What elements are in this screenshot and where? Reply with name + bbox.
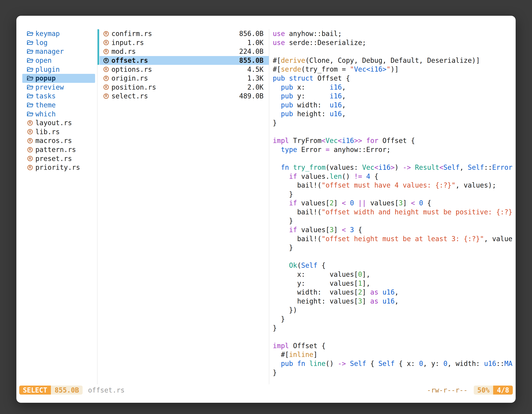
- code-token: [289, 164, 293, 171]
- parent-file-item[interactable]: R lib.rs: [22, 127, 95, 136]
- file-list-item[interactable]: R mod.rs 224.0B: [100, 47, 269, 56]
- code-token: inline: [289, 351, 313, 359]
- code-token: height:: [293, 110, 330, 118]
- code-token: [293, 360, 297, 367]
- code-token: ,: [395, 288, 399, 296]
- dir-name: which: [35, 110, 56, 118]
- code-token: Offset {: [289, 342, 325, 350]
- code-token: [273, 360, 281, 367]
- folder-open-icon: [26, 40, 34, 45]
- file-list-item[interactable]: R options.rs 4.5K: [100, 65, 269, 74]
- code-line: height: values[3] as u16,: [273, 297, 516, 306]
- code-token: if: [289, 173, 297, 180]
- code-token: [415, 199, 419, 207]
- code-token: ": [386, 65, 390, 73]
- code-token: ],: [362, 270, 370, 278]
- file-size: 1.0K: [247, 39, 264, 47]
- code-token: "offset must have 4 values: {:?}": [321, 181, 456, 189]
- rust-file-icon: R: [103, 49, 110, 54]
- code-token: ,: [342, 110, 346, 118]
- code-token: 0: [444, 360, 447, 367]
- parent-file-item[interactable]: R macros.rs: [22, 136, 95, 145]
- code-token: ->: [338, 360, 346, 367]
- parent-file-item[interactable]: R priority.rs: [22, 163, 95, 172]
- parent-file-item[interactable]: R pattern.rs: [22, 145, 95, 154]
- code-line: x: values[0],: [273, 270, 516, 279]
- file-name: preset.rs: [35, 155, 72, 163]
- code-token: Self: [350, 360, 366, 367]
- code-token: derive: [281, 57, 305, 64]
- file-list-item[interactable]: R input.rs 1.0K: [100, 38, 269, 47]
- code-token: ,: [342, 101, 346, 109]
- parent-file-item[interactable]: R layout.rs: [22, 118, 95, 127]
- code-token: ]: [362, 297, 370, 305]
- code-token: anyhow::bail;: [285, 30, 342, 38]
- code-token: Offset {: [379, 137, 415, 144]
- code-token: i16: [379, 164, 391, 171]
- code-token: [273, 199, 289, 207]
- scrollbar-indicator[interactable]: [97, 29, 99, 65]
- folder-open-icon: [26, 76, 34, 81]
- file-list-item[interactable]: R select.rs 489.0B: [100, 92, 269, 101]
- file-name: options.rs: [111, 66, 152, 73]
- rust-file-icon: R: [103, 31, 110, 36]
- code-token: pub: [281, 92, 293, 100]
- code-token: }: [273, 369, 277, 376]
- file-size-badge: 855.0B: [51, 385, 83, 395]
- code-line: fn try_from(values: Vec<i16>) -> Result<…: [273, 163, 516, 172]
- code-token: (Clone, Copy, Debug, Default, Deserializ…: [305, 57, 480, 64]
- parent-dir-item[interactable]: popup: [22, 74, 95, 83]
- folder-open-icon: [26, 85, 34, 90]
- file-list-item[interactable]: R origin.rs 1.3K: [100, 74, 269, 83]
- code-token: Ok: [289, 261, 297, 270]
- code-token: values[: [297, 226, 330, 234]
- code-line: y: values[1],: [273, 279, 516, 288]
- code-token: [273, 83, 281, 91]
- rust-file-icon: R: [103, 85, 110, 90]
- parent-dir-item[interactable]: log: [22, 38, 95, 47]
- folder-open-icon: [26, 102, 34, 108]
- code-token: if: [289, 226, 297, 234]
- code-token: u16: [382, 288, 395, 296]
- parent-dir-item[interactable]: preview: [22, 83, 95, 92]
- code-token: >: [390, 164, 395, 171]
- file-list-item[interactable]: R position.rs 2.0K: [100, 83, 269, 92]
- parent-dir-item[interactable]: tasks: [22, 92, 95, 101]
- code-line: bail!("offset must have 4 values: {:?}",…: [273, 181, 516, 190]
- code-token: serde::Deserialize;: [285, 39, 366, 47]
- code-token: height: values[: [273, 297, 358, 305]
- file-size: 855.0B: [239, 57, 264, 64]
- code-token: =: [325, 146, 330, 154]
- status-bar: SELECT 855.0B offset.rs -rw-r--r-- 50% 4…: [19, 385, 513, 395]
- code-token: }: [273, 324, 277, 332]
- code-token: TryFrom: [289, 137, 321, 144]
- dir-name: popup: [35, 74, 56, 82]
- code-token: serde: [281, 65, 301, 73]
- file-list-item[interactable]: R offset.rs 855.0B: [100, 56, 269, 65]
- code-token: 4: [366, 173, 370, 180]
- parent-dir-item[interactable]: theme: [22, 101, 95, 110]
- code-token: {: [423, 199, 431, 207]
- parent-dir-item[interactable]: manager: [22, 47, 95, 56]
- code-token: u16: [330, 101, 342, 109]
- file-list-item[interactable]: R confirm.rs 856.0B: [100, 29, 269, 38]
- code-line: if values[3] < 3 {: [273, 225, 516, 234]
- parent-dir-item[interactable]: keymap: [22, 29, 95, 38]
- code-token: width:: [293, 101, 330, 109]
- code-token: ": [350, 65, 354, 73]
- parent-file-item[interactable]: R preset.rs: [22, 154, 95, 163]
- parent-dir-item[interactable]: open: [22, 56, 95, 65]
- file-size: 2.0K: [247, 83, 264, 91]
- code-token: for: [366, 137, 379, 144]
- code-token: (values:: [325, 164, 362, 171]
- code-token: [354, 199, 358, 207]
- preview-pane: use anyhow::bail;use serde::Deserialize;…: [269, 29, 516, 384]
- code-token: >>: [354, 137, 362, 144]
- mode-badge: SELECT: [19, 385, 51, 395]
- code-token: ||: [358, 199, 366, 207]
- parent-dir-item[interactable]: which: [22, 109, 95, 118]
- file-name: offset.rs: [111, 57, 148, 64]
- rust-file-icon: R: [26, 156, 34, 161]
- file-size: 856.0B: [239, 30, 264, 38]
- parent-dir-item[interactable]: plugin: [22, 65, 95, 74]
